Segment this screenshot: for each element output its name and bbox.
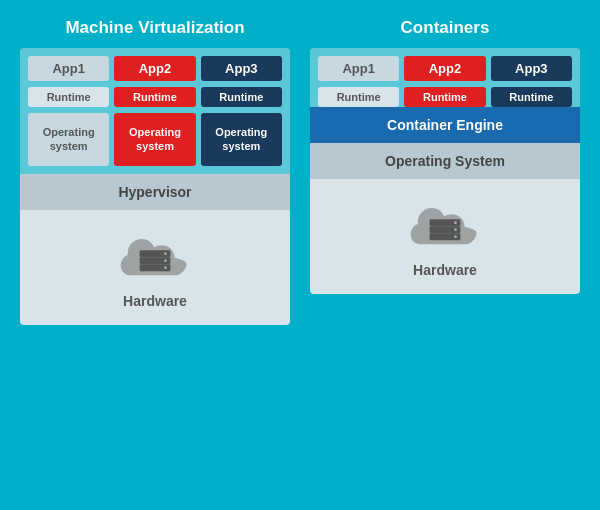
- right-app1: App1: [318, 56, 399, 81]
- right-app3: App3: [491, 56, 572, 81]
- right-runtime1: Runtime: [318, 87, 399, 107]
- svg-point-10: [454, 228, 457, 231]
- right-upper-box: App1 App2 App3 Runtime Runtime Runtime: [310, 48, 580, 107]
- svg-point-3: [164, 252, 167, 255]
- right-hardware-label: Hardware: [413, 262, 477, 278]
- left-apps-row: App1 App2 App3: [28, 56, 282, 81]
- left-runtime1: Runtime: [28, 87, 109, 107]
- left-app3: App3: [201, 56, 282, 81]
- right-runtime3: Runtime: [491, 87, 572, 107]
- left-cloud-icon: [120, 230, 190, 285]
- left-os3: Operating system: [201, 113, 282, 166]
- right-runtime-row: Runtime Runtime Runtime: [318, 87, 572, 107]
- left-hardware-label: Hardware: [123, 293, 187, 309]
- left-runtime2: Runtime: [114, 87, 195, 107]
- right-title: Containers: [310, 18, 580, 38]
- svg-point-9: [454, 221, 457, 224]
- left-runtime-row: Runtime Runtime Runtime: [28, 87, 282, 107]
- right-app2: App2: [404, 56, 485, 81]
- svg-point-5: [164, 266, 167, 269]
- svg-point-4: [164, 259, 167, 262]
- left-app2: App2: [114, 56, 195, 81]
- left-os1: Operating system: [28, 113, 109, 166]
- right-apps-row: App1 App2 App3: [318, 56, 572, 81]
- right-hardware-box: Hardware: [310, 179, 580, 294]
- right-cloud-icon: [410, 199, 480, 254]
- hypervisor-layer: Hypervisor: [20, 174, 290, 210]
- left-runtime3: Runtime: [201, 87, 282, 107]
- container-engine-layer: Container Engine: [310, 107, 580, 143]
- left-hardware-box: Hardware: [20, 210, 290, 325]
- svg-point-11: [454, 235, 457, 238]
- containers-column: Containers App1 App2 App3 Runtime Runtim…: [310, 18, 580, 294]
- left-app1: App1: [28, 56, 109, 81]
- right-runtime2: Runtime: [404, 87, 485, 107]
- left-upper-box: App1 App2 App3 Runtime Runtime Runtime O…: [20, 48, 290, 174]
- left-os2: Operating system: [114, 113, 195, 166]
- left-os-row: Operating system Operating system Operat…: [28, 113, 282, 166]
- left-title: Machine Virtualization: [20, 18, 290, 38]
- machine-virtualization-column: Machine Virtualization App1 App2 App3 Ru…: [20, 18, 290, 325]
- right-os-layer: Operating System: [310, 143, 580, 179]
